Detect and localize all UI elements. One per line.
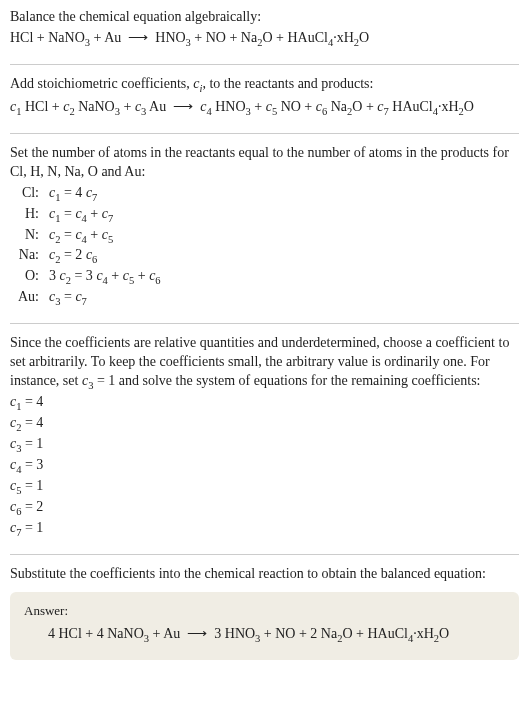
atom-row: N:c2 = c4 + c5 — [14, 226, 165, 247]
atom-balance-table: Cl:c1 = 4 c7H:c1 = c4 + c7N:c2 = c4 + c5… — [14, 184, 165, 310]
coefficient-list: c1 = 4c2 = 4c3 = 1c4 = 3c5 = 1c6 = 2c7 =… — [10, 393, 519, 540]
section-solve: Since the coefficients are relative quan… — [10, 334, 519, 555]
atom-equation: c3 = c7 — [45, 288, 165, 309]
section-balance-intro: Balance the chemical equation algebraica… — [10, 8, 519, 65]
balance-intro-text: Balance the chemical equation algebraica… — [10, 8, 519, 27]
answer-label: Answer: — [24, 602, 505, 620]
atom-element-label: Cl: — [14, 184, 45, 205]
coefficient-value: c2 = 4 — [10, 414, 519, 435]
coefficient-value: c3 = 1 — [10, 435, 519, 456]
atom-equation: 3 c2 = 3 c4 + c5 + c6 — [45, 267, 165, 288]
atom-element-label: O: — [14, 267, 45, 288]
solve-intro-text: Since the coefficients are relative quan… — [10, 334, 519, 393]
stoich-intro-text: Add stoichiometric coefficients, ci, to … — [10, 75, 519, 96]
section-atom-balance: Set the number of atoms in the reactants… — [10, 144, 519, 325]
answer-box: Answer: 4 HCl + 4 NaNO3 + Au ⟶ 3 HNO3 + … — [10, 592, 519, 661]
atom-element-label: Au: — [14, 288, 45, 309]
balanced-equation: 4 HCl + 4 NaNO3 + Au ⟶ 3 HNO3 + NO + 2 N… — [24, 625, 505, 646]
atom-equation: c1 = 4 c7 — [45, 184, 165, 205]
coefficient-value: c6 = 2 — [10, 498, 519, 519]
atom-element-label: H: — [14, 205, 45, 226]
coefficient-value: c5 = 1 — [10, 477, 519, 498]
atom-equation: c1 = c4 + c7 — [45, 205, 165, 226]
atom-row: O:3 c2 = 3 c4 + c5 + c6 — [14, 267, 165, 288]
stoich-equation: c1 HCl + c2 NaNO3 + c3 Au ⟶ c4 HNO3 + c5… — [10, 98, 519, 119]
atom-equation: c2 = 2 c6 — [45, 246, 165, 267]
substitute-intro-text: Substitute the coefficients into the che… — [10, 565, 519, 584]
coefficient-value: c1 = 4 — [10, 393, 519, 414]
unbalanced-equation: HCl + NaNO3 + Au ⟶ HNO3 + NO + Na2O + HA… — [10, 29, 519, 50]
atom-element-label: N: — [14, 226, 45, 247]
atom-row: Na:c2 = 2 c6 — [14, 246, 165, 267]
section-stoich: Add stoichiometric coefficients, ci, to … — [10, 75, 519, 134]
atom-row: Cl:c1 = 4 c7 — [14, 184, 165, 205]
atom-element-label: Na: — [14, 246, 45, 267]
coefficient-value: c7 = 1 — [10, 519, 519, 540]
atom-balance-intro: Set the number of atoms in the reactants… — [10, 144, 519, 182]
atom-equation: c2 = c4 + c5 — [45, 226, 165, 247]
coefficient-value: c4 = 3 — [10, 456, 519, 477]
section-substitute: Substitute the coefficients into the che… — [10, 565, 519, 674]
atom-row: Au:c3 = c7 — [14, 288, 165, 309]
atom-row: H:c1 = c4 + c7 — [14, 205, 165, 226]
